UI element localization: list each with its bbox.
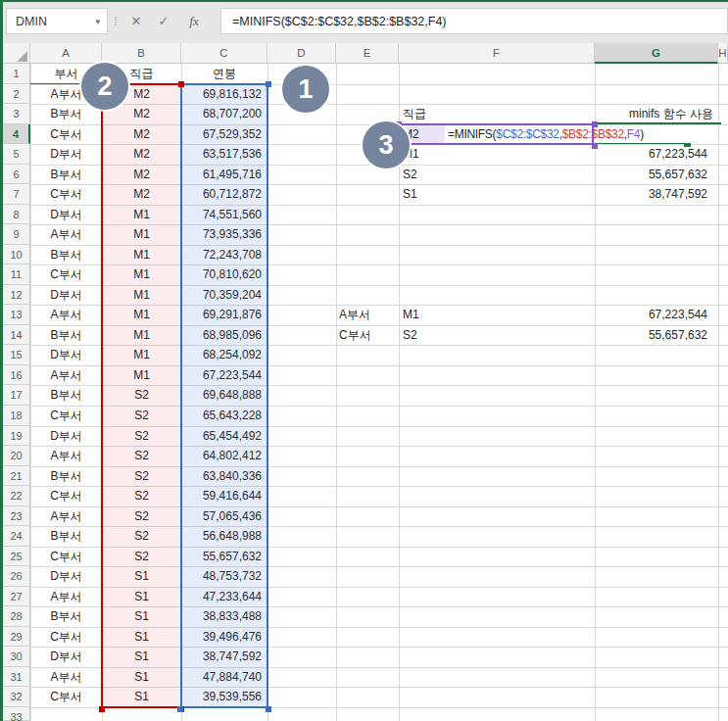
ref-range-handle[interactable]: [177, 706, 183, 712]
dept-cell[interactable]: C부서: [30, 627, 102, 648]
row-header-30[interactable]: 30: [3, 647, 30, 667]
name-box[interactable]: DMIN ▾: [6, 8, 108, 34]
header-cell-C1[interactable]: 연봉: [181, 64, 267, 84]
row-header-16[interactable]: 16: [3, 365, 30, 386]
ref-range-handle[interactable]: [266, 706, 271, 712]
dept-cell[interactable]: C부서: [30, 184, 102, 205]
column-header-E[interactable]: E: [336, 43, 399, 64]
dept-cell[interactable]: D부서: [30, 647, 102, 667]
column-header-C[interactable]: C: [181, 43, 267, 64]
row-header-26[interactable]: 26: [3, 566, 30, 587]
dept-cell[interactable]: A부서: [30, 224, 102, 245]
row-header-29[interactable]: 29: [3, 627, 30, 648]
dept-cell[interactable]: A부서: [30, 365, 102, 386]
ref-cell-handle[interactable]: [592, 121, 598, 127]
formula-bar[interactable]: =MINIFS($C$2:$C$32,$B$2:$B$32,F4): [220, 8, 728, 34]
row-header-10[interactable]: 10: [3, 245, 30, 265]
example-value-cell[interactable]: 67,223,544: [595, 305, 707, 325]
dept-cell[interactable]: A부서: [30, 667, 102, 688]
example-dept-cell[interactable]: C부서: [339, 325, 398, 346]
row-header-21[interactable]: 21: [3, 466, 30, 487]
column-header-B[interactable]: B: [102, 43, 181, 64]
column-header-F[interactable]: F: [399, 43, 595, 64]
row-header-27[interactable]: 27: [3, 587, 30, 607]
row-header-8[interactable]: 8: [3, 205, 30, 225]
dept-cell[interactable]: C부서: [30, 406, 102, 426]
row-header-22[interactable]: 22: [3, 486, 30, 506]
row-header-15[interactable]: 15: [3, 345, 30, 365]
row-header-18[interactable]: 18: [3, 406, 30, 426]
dept-cell[interactable]: C부서: [30, 547, 102, 567]
row-header-33[interactable]: 33: [3, 707, 30, 721]
cancel-icon[interactable]: ✕: [125, 8, 147, 34]
example-dept-cell[interactable]: A부서: [339, 305, 398, 325]
dept-cell[interactable]: B부서: [30, 245, 102, 265]
row-header-24[interactable]: 24: [3, 526, 30, 547]
row-header-5[interactable]: 5: [3, 144, 30, 165]
dept-cell[interactable]: A부서: [30, 587, 102, 607]
column-header-G[interactable]: G: [595, 43, 718, 64]
dept-cell[interactable]: C부서: [30, 486, 102, 506]
row-header-11[interactable]: 11: [3, 264, 30, 285]
result-grade-cell[interactable]: S1: [403, 184, 550, 205]
ref-range-handle[interactable]: [99, 706, 105, 712]
column-header-H[interactable]: H: [718, 43, 728, 64]
row-header-19[interactable]: 19: [3, 426, 30, 447]
ref-range-handle[interactable]: [266, 81, 271, 87]
insert-function-icon[interactable]: fx: [182, 8, 206, 34]
dept-cell[interactable]: D부서: [30, 205, 102, 225]
dept-cell[interactable]: C부서: [30, 687, 102, 707]
row-header-20[interactable]: 20: [3, 446, 30, 466]
row-header-4[interactable]: 4: [3, 124, 30, 145]
row-header-3[interactable]: 3: [3, 104, 30, 124]
dept-cell[interactable]: B부서: [30, 325, 102, 346]
dept-cell[interactable]: B부서: [30, 466, 102, 487]
ref-range-handle[interactable]: [178, 81, 184, 87]
dept-cell[interactable]: B부서: [30, 104, 102, 124]
result-value-cell[interactable]: 67,223,544: [595, 144, 707, 165]
dept-cell[interactable]: A부서: [30, 446, 102, 466]
dept-cell[interactable]: D부서: [30, 345, 102, 365]
dept-cell[interactable]: B부서: [30, 385, 102, 406]
row-header-14[interactable]: 14: [3, 325, 30, 346]
example-value-cell[interactable]: 55,657,632: [595, 325, 707, 346]
dept-cell[interactable]: B부서: [30, 165, 102, 185]
column-header-A[interactable]: A: [30, 43, 102, 64]
toolbar-resize-handle-icon[interactable]: ⁞: [110, 8, 121, 34]
column-header-D[interactable]: D: [267, 43, 336, 64]
row-header-31[interactable]: 31: [3, 667, 30, 688]
dept-cell[interactable]: B부서: [30, 606, 102, 627]
criteria-header-cell[interactable]: 직급: [403, 104, 550, 124]
result-value-cell[interactable]: 55,657,632: [595, 165, 707, 185]
dept-cell[interactable]: D부서: [30, 426, 102, 447]
dept-cell[interactable]: D부서: [30, 144, 102, 165]
result-grade-cell[interactable]: S2: [403, 165, 550, 185]
name-box-dropdown-icon[interactable]: ▾: [95, 9, 100, 35]
dept-cell[interactable]: D부서: [30, 285, 102, 306]
row-header-25[interactable]: 25: [3, 547, 30, 567]
dept-cell[interactable]: D부서: [30, 566, 102, 587]
dept-cell[interactable]: A부서: [30, 506, 102, 527]
row-header-12[interactable]: 12: [3, 285, 30, 306]
row-header-1[interactable]: 1: [3, 64, 30, 84]
result-header-cell[interactable]: minifs 함수 사용: [595, 104, 713, 124]
dept-cell[interactable]: A부서: [30, 305, 102, 325]
row-header-9[interactable]: 9: [3, 224, 30, 245]
example-grade-cell[interactable]: S2: [403, 325, 550, 346]
result-grade-cell[interactable]: M1: [403, 144, 550, 165]
row-header-23[interactable]: 23: [3, 506, 30, 527]
enter-icon[interactable]: ✓: [153, 8, 174, 34]
row-header-7[interactable]: 7: [3, 184, 30, 205]
row-header-13[interactable]: 13: [3, 305, 30, 325]
dept-cell[interactable]: C부서: [30, 264, 102, 285]
row-header-6[interactable]: 6: [3, 165, 30, 185]
dept-cell[interactable]: B부서: [30, 526, 102, 547]
row-header-17[interactable]: 17: [3, 385, 30, 406]
example-grade-cell[interactable]: M1: [403, 305, 550, 325]
row-header-2[interactable]: 2: [3, 84, 30, 105]
result-value-cell[interactable]: 38,747,592: [595, 184, 707, 205]
gridline-vertical: [336, 64, 337, 721]
dept-cell[interactable]: C부서: [30, 124, 102, 145]
row-header-32[interactable]: 32: [3, 687, 30, 707]
row-header-28[interactable]: 28: [3, 606, 30, 627]
